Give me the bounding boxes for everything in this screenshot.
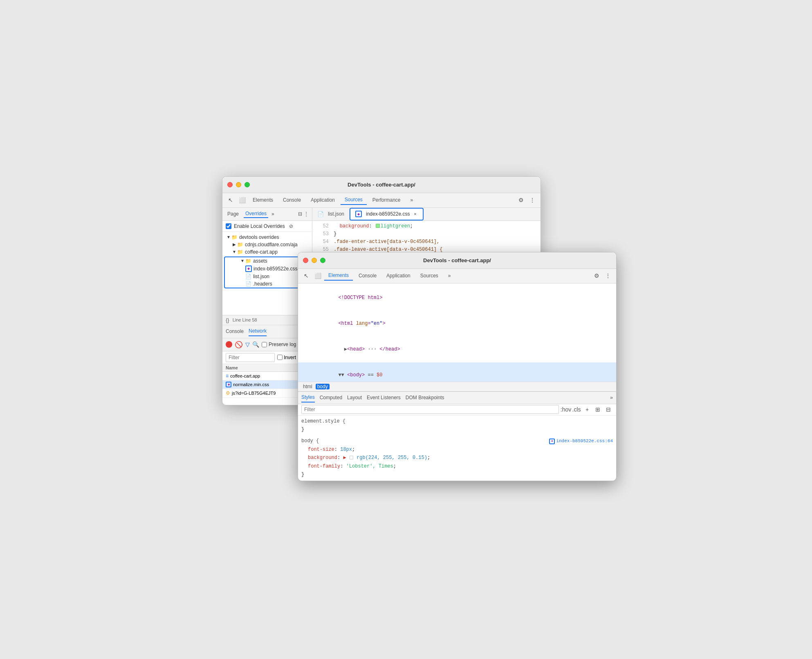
fullscreen-button-front[interactable]	[320, 258, 325, 263]
more-tabs-back[interactable]: »	[406, 196, 417, 205]
clear-overrides-icon[interactable]: ⊘	[289, 223, 293, 229]
body-rule-header: body { ◆ index-b859522e.css:64	[301, 437, 613, 445]
title-bar-back: DevTools - coffee-cart.app/	[222, 177, 541, 193]
tab-console-bottom[interactable]: Console	[226, 327, 244, 336]
subtab-layout[interactable]: Layout	[347, 393, 362, 402]
status-line-label: Line Line 58	[233, 317, 257, 322]
close-button-front[interactable]	[303, 258, 308, 263]
code-line-54: 54 .fade-enter-active[data-v-0c450641],	[312, 238, 541, 246]
more-icon-back[interactable]: ⋮	[527, 195, 537, 205]
tab-sources-front[interactable]: Sources	[416, 271, 442, 280]
curly-braces-icon[interactable]: {}	[226, 317, 229, 323]
breadcrumb-bar: html body	[298, 382, 616, 391]
subtab-styles[interactable]: Styles	[301, 393, 315, 403]
tree-cdnjs-label: cdnjs.cloudflare.com/aja	[245, 242, 298, 247]
css-tab-icon: ◆	[355, 211, 362, 217]
css-network-icon: ◆	[226, 382, 231, 387]
traffic-lights-front	[303, 258, 325, 263]
tab-more-left[interactable]: »	[271, 211, 274, 217]
record-button[interactable]	[226, 341, 232, 348]
tree-list-json[interactable]: 📄 list.json	[225, 273, 310, 280]
tab-application-front[interactable]: Application	[382, 271, 415, 280]
html-html[interactable]: <html lang="en">	[298, 311, 616, 337]
body-rule-close: }	[301, 470, 613, 479]
network-filter-input[interactable]	[226, 353, 275, 362]
elements-panel[interactable]: <!DOCTYPE html> <html lang="en"> ▶<head>…	[298, 283, 616, 382]
script-icon: ⚙	[226, 390, 230, 396]
enable-overrides-checkbox[interactable]	[226, 223, 231, 229]
tree-root[interactable]: ▼ 📁 devtools overrides	[222, 234, 312, 241]
code-line-52: 52 background: lightgreen;	[312, 223, 541, 230]
styles-content: element.style { } body { ◆ index-b85952	[298, 416, 616, 481]
clear-network-icon[interactable]: 🚫	[235, 341, 243, 349]
subtab-dom-breakpoints[interactable]: DOM Breakpoints	[406, 393, 444, 402]
fullscreen-button-back[interactable]	[244, 182, 250, 187]
class-toggle-button[interactable]: .cls	[572, 405, 581, 414]
front-main: <!DOCTYPE html> <html lang="en"> ▶<head>…	[298, 283, 616, 481]
preserve-log-checkbox[interactable]	[262, 342, 267, 347]
invert-checkbox[interactable]	[277, 355, 283, 360]
html-head[interactable]: ▶<head> ··· </head>	[298, 337, 616, 362]
element-style-selector: element.style {	[301, 417, 613, 425]
devtools-front-window: DevTools - coffee-cart.app/ ↖ ⬜ Elements…	[298, 252, 617, 481]
collapse-icon[interactable]: ⊟	[298, 211, 302, 217]
breadcrumb-html[interactable]: html	[301, 384, 314, 389]
styles-more[interactable]: »	[610, 395, 613, 400]
styles-filter-row: :hov .cls + ⊞ ⊟	[298, 404, 616, 416]
copy-element-button[interactable]: ⊞	[593, 405, 602, 414]
subtab-computed[interactable]: Computed	[320, 393, 342, 402]
style-settings-button[interactable]: ⊟	[604, 405, 613, 414]
settings-icon-front[interactable]: ⚙	[592, 271, 601, 281]
window-title-back: DevTools - coffee-cart.app/	[348, 182, 415, 188]
editor-tab-close[interactable]: ×	[412, 211, 418, 217]
filter-icon[interactable]: ▽	[245, 341, 250, 348]
styles-filter-input[interactable]	[301, 405, 559, 414]
minimize-button-back[interactable]	[236, 182, 241, 187]
body-rule-source[interactable]: ◆ index-b859522e.css:64	[549, 437, 613, 445]
tab-page[interactable]: Page	[226, 210, 240, 218]
device-icon-front[interactable]: ⬜	[313, 271, 323, 281]
tree-headers[interactable]: 📄 .headers	[225, 280, 310, 288]
preserve-log-label: Preserve log	[262, 342, 296, 347]
tab-overrides[interactable]: Overrides	[244, 210, 268, 218]
element-style-close: }	[301, 425, 613, 434]
html-doctype[interactable]: <!DOCTYPE html>	[298, 285, 616, 311]
tab-performance-back[interactable]: Performance	[368, 196, 405, 205]
tab-elements-back[interactable]: Elements	[249, 196, 277, 205]
tab-network-bottom[interactable]: Network	[249, 326, 267, 336]
title-bar-front: DevTools - coffee-cart.app/	[298, 252, 616, 269]
cursor-icon-front[interactable]: ↖	[301, 271, 311, 281]
more-left-icon[interactable]: ⋮	[304, 211, 309, 217]
settings-icon-back[interactable]: ⚙	[516, 195, 526, 205]
more-tabs-front[interactable]: »	[444, 271, 455, 280]
tree-cdnjs[interactable]: ▶ 📁 cdnjs.cloudflare.com/aja	[222, 241, 312, 248]
tree-assets[interactable]: ▼ 📁 assets	[225, 257, 310, 265]
editor-tab-json[interactable]: 📄 list.json	[312, 208, 350, 220]
tab-sources-back[interactable]: Sources	[341, 195, 367, 205]
pseudo-states-button[interactable]: :hov	[561, 405, 570, 414]
add-style-button[interactable]: +	[583, 405, 592, 414]
style-rule-body: body { ◆ index-b859522e.css:64 font-size…	[301, 437, 613, 479]
tab-console-back[interactable]: Console	[279, 196, 305, 205]
html-body[interactable]: ▼▼ <body> == $0	[298, 362, 616, 382]
tree-index-css-label: index-b859522e.css	[253, 266, 297, 272]
more-icon-front[interactable]: ⋮	[603, 271, 613, 281]
tab-application-back[interactable]: Application	[307, 196, 339, 205]
close-button-back[interactable]	[227, 182, 233, 187]
left-panel-tabs: Page Overrides » ⊟ ⋮	[222, 208, 312, 221]
editor-tab-css[interactable]: ◆ index-b859522e.css ×	[350, 208, 424, 220]
tree-root-label: devtools overrides	[239, 234, 279, 240]
styles-actions: :hov .cls + ⊞ ⊟	[561, 405, 613, 414]
traffic-lights-back	[227, 182, 250, 187]
editor-tab-css-label: index-b859522e.css	[366, 211, 410, 217]
breadcrumb-body[interactable]: body	[316, 384, 330, 389]
tab-elements-front[interactable]: Elements	[324, 271, 353, 281]
minimize-button-front[interactable]	[312, 258, 317, 263]
source-link-icon: ◆	[549, 439, 555, 444]
cursor-icon[interactable]: ↖	[226, 195, 236, 205]
search-network-icon[interactable]: 🔍	[252, 341, 259, 348]
tab-console-front[interactable]: Console	[354, 271, 381, 280]
subtab-event-listeners[interactable]: Event Listeners	[367, 393, 401, 402]
tree-index-css[interactable]: ◆ index-b859522e.css	[225, 265, 310, 273]
device-icon[interactable]: ⬜	[237, 195, 247, 205]
